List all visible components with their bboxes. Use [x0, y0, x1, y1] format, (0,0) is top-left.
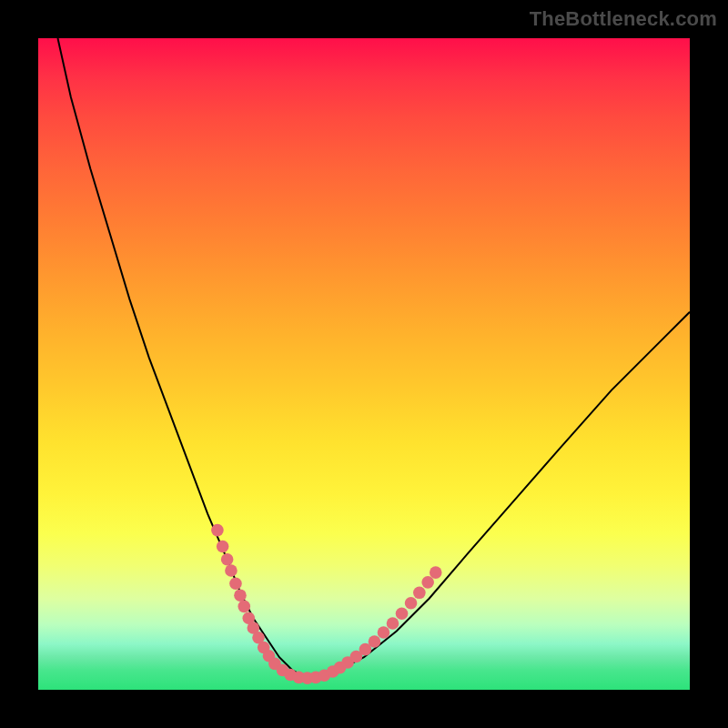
data-point [413, 587, 426, 600]
data-point [369, 635, 381, 648]
data-point [387, 617, 399, 630]
data-point [221, 553, 234, 566]
plot-area [38, 38, 690, 690]
data-point [225, 564, 238, 577]
curve-group [57, 38, 690, 677]
data-point [234, 589, 247, 602]
watermark-text: TheBottleneck.com [530, 7, 717, 31]
data-point [396, 607, 409, 620]
bottleneck-curve [57, 38, 690, 677]
data-point [405, 597, 418, 610]
dots-group [211, 524, 441, 684]
data-point [421, 576, 434, 589]
data-point [238, 601, 250, 613]
chart-frame: TheBottleneck.com [0, 0, 728, 728]
chart-svg [38, 38, 690, 690]
data-point [211, 524, 224, 537]
data-point [229, 577, 242, 590]
data-point [430, 566, 442, 579]
data-point [378, 626, 390, 639]
data-point [217, 541, 229, 553]
